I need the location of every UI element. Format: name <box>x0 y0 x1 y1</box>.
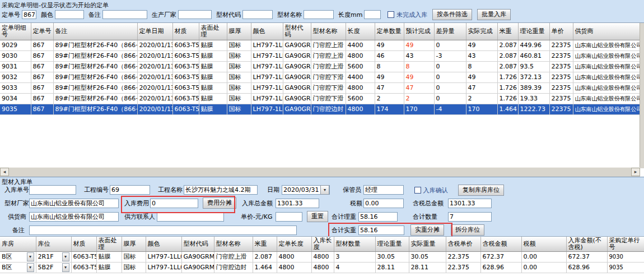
cell[interactable]: 49 <box>404 40 434 51</box>
cell[interactable]: GA90GRM03 <box>283 51 311 62</box>
supplier-field[interactable] <box>29 212 119 222</box>
cell[interactable]: 国标 <box>227 51 251 62</box>
cell[interactable]: 1.726 <box>497 72 518 83</box>
cell[interactable]: 贴膜 <box>199 94 227 104</box>
cell[interactable]: 贴膜 <box>199 51 227 62</box>
cell[interactable]: 49 <box>466 40 497 51</box>
cell[interactable]: 山东南山铝业股份有限公司 <box>573 62 640 72</box>
cell[interactable]: 22375 <box>549 40 573 51</box>
cell[interactable]: 2.087 <box>253 252 277 263</box>
column-header[interactable]: 型材名称 <box>311 23 346 40</box>
color-input[interactable] <box>55 10 84 19</box>
cell[interactable]: B区▾ <box>0 252 36 263</box>
column-header[interactable]: 颜色 <box>251 23 283 40</box>
chevron-down-icon[interactable]: ▾ <box>27 263 34 272</box>
table-row[interactable]: B区▾5B2F▾6063-T5贴膜国标LH797-1LL0GA90GRM05门帘… <box>0 263 644 273</box>
cell[interactable]: 22.375 <box>446 263 480 273</box>
column-header[interactable]: 含税单价 <box>446 237 480 252</box>
cell[interactable]: 0.00 <box>521 263 566 273</box>
cell[interactable]: 22375 <box>549 94 573 104</box>
column-header[interactable]: 理论重量 <box>518 23 549 40</box>
cell[interactable]: 4800 <box>311 263 334 273</box>
reset-button[interactable]: 重置 <box>307 211 328 222</box>
column-header[interactable]: 入库长度 <box>311 237 334 252</box>
cell[interactable]: GA90GRM04 <box>283 83 311 94</box>
checkbox-icon[interactable] <box>388 11 394 18</box>
column-header[interactable]: 定单长度 <box>277 237 311 252</box>
cell[interactable]: 国标 <box>122 263 146 273</box>
column-header[interactable]: 定单日期 <box>137 23 172 40</box>
cell[interactable]: 49 <box>404 72 434 83</box>
inbound-table[interactable]: 库房库位材质表面处理膜厚颜色型材代码型材名称米重定单长度入库长度型材数量理论重量… <box>0 237 644 273</box>
cell[interactable]: 3 <box>334 252 375 263</box>
column-header[interactable]: 税额 <box>521 237 566 252</box>
project-no-field[interactable] <box>110 185 150 195</box>
cell[interactable]: 2 <box>404 94 434 104</box>
cell[interactable]: 867 <box>31 104 53 115</box>
cell[interactable]: 2 <box>466 94 497 104</box>
cell[interactable]: 6063-T5 <box>71 252 96 263</box>
cell[interactable]: 国标 <box>227 62 251 72</box>
cell[interactable]: 89#门框型材F26-F40（866+867） <box>53 104 137 115</box>
remark-field[interactable] <box>29 226 297 235</box>
cell[interactable]: 0.00 <box>521 252 566 263</box>
column-header[interactable]: 定单明细号 <box>0 23 31 40</box>
cell[interactable]: 89#门框型材F26-F40（866+867） <box>53 51 137 62</box>
cell[interactable]: 门帘腔上滑 <box>214 252 253 263</box>
cell[interactable]: 1.726 <box>497 83 518 94</box>
cell[interactable]: 449.96 <box>518 40 549 51</box>
cell[interactable]: 170 <box>404 104 434 115</box>
cell[interactable]: LH797-1LL0 <box>251 104 283 115</box>
inbound-no-field[interactable] <box>29 185 76 195</box>
column-header[interactable]: 材质 <box>71 237 96 252</box>
cell[interactable]: 30.05 <box>409 252 446 263</box>
cell[interactable]: LH797-1LL0 <box>251 83 283 94</box>
cell[interactable]: 47 <box>404 83 434 94</box>
cell[interactable]: 4800 <box>346 83 375 94</box>
tax-field[interactable] <box>363 199 404 208</box>
cell[interactable]: 贴膜 <box>96 252 122 263</box>
cell[interactable]: 89#门框型材F26-F40（866+867） <box>53 83 137 94</box>
column-header[interactable]: 型材代码 <box>181 237 214 252</box>
column-header[interactable]: 定单号 <box>31 23 53 40</box>
cell[interactable]: GA90GRM04 <box>283 94 311 104</box>
cell[interactable]: 8 <box>466 62 497 72</box>
table-row[interactable]: B区▾2R1F▾6063-T5贴膜国标LH797-1LL0GA90GRM03门帘… <box>0 252 644 263</box>
cell[interactable]: 门帘腔上滑 <box>311 40 346 51</box>
total-actual-weight-field[interactable] <box>358 226 404 235</box>
cell[interactable]: 贴膜 <box>199 104 227 115</box>
chevron-down-icon[interactable]: ▾ <box>62 263 69 272</box>
cell[interactable]: LH797-1LL0 <box>251 94 283 104</box>
cell[interactable]: 867 <box>31 72 53 83</box>
cell[interactable]: 22.375 <box>446 252 480 263</box>
column-header[interactable]: 供货商 <box>573 23 640 40</box>
cell[interactable]: 1222.73 <box>518 104 549 115</box>
cell[interactable]: 2.087 <box>497 40 518 51</box>
cell[interactable]: 2020/01/13 <box>137 94 172 104</box>
cell[interactable]: LH797-1LL0 <box>251 51 283 62</box>
column-header[interactable]: 膜厚 <box>122 237 146 252</box>
cell[interactable]: 9030 <box>0 51 31 62</box>
cell[interactable]: 0 <box>434 94 466 104</box>
cell[interactable]: 贴膜 <box>96 263 122 273</box>
cell[interactable]: 2.087 <box>497 62 518 72</box>
chevron-down-icon[interactable]: ▾ <box>27 252 34 261</box>
profile-name-input[interactable] <box>304 10 334 19</box>
cell[interactable]: 867 <box>31 40 53 51</box>
cell[interactable]: 6063-T5 <box>71 263 96 273</box>
cell[interactable]: 28.11 <box>409 263 446 273</box>
column-header[interactable]: 含税金额 <box>480 237 521 252</box>
cell[interactable]: 2R1F▾ <box>36 252 71 263</box>
cell[interactable]: 山东南山铝业股份有限公司 <box>573 40 640 51</box>
cell[interactable]: 628.96 <box>480 263 521 273</box>
cell[interactable]: 460.81 <box>518 51 549 62</box>
cell[interactable]: 9035 <box>607 263 644 273</box>
cell[interactable]: 门帘腔边封 <box>214 263 253 273</box>
column-header[interactable]: 库房 <box>0 237 36 252</box>
table-row[interactable]: 902986789#门框型材F26-F40（866+867）2020/01/13… <box>0 40 640 51</box>
cell[interactable]: 174 <box>375 104 404 115</box>
cell[interactable]: 6063-T5 <box>172 72 199 83</box>
column-header[interactable]: 材质 <box>172 23 199 40</box>
cell[interactable]: 国标 <box>227 83 251 94</box>
cell[interactable]: -3 <box>434 51 466 62</box>
